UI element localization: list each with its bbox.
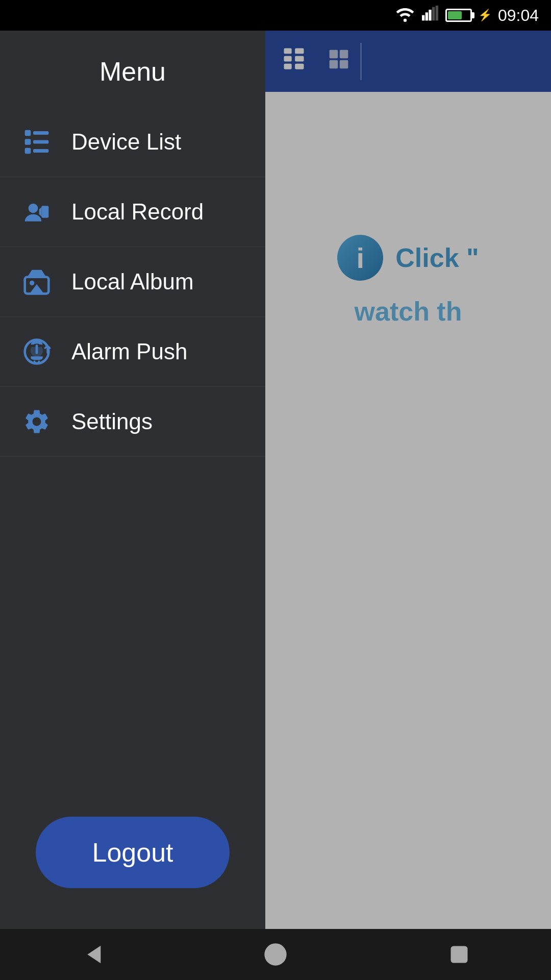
sidebar-item-local-album[interactable]: Local Album [0, 247, 265, 317]
signal-icon [421, 6, 439, 26]
local-album-icon [20, 265, 53, 298]
device-list-icon [20, 126, 53, 158]
battery-icon: ⚡ [445, 9, 492, 22]
sidebar-item-device-list[interactable]: Device List [0, 107, 265, 177]
sidebar-item-settings[interactable]: Settings [0, 387, 265, 457]
status-time: 09:04 [498, 6, 539, 25]
sidebar-drawer: Menu Device List [0, 31, 265, 929]
status-icons: ⚡ 09:04 [395, 6, 539, 26]
svg-marker-16 [30, 284, 44, 294]
svg-rect-11 [33, 149, 48, 153]
svg-rect-6 [25, 130, 31, 136]
back-button[interactable] [61, 934, 122, 975]
svg-rect-7 [25, 139, 31, 145]
settings-label: Settings [71, 409, 153, 434]
svg-rect-13 [41, 206, 48, 217]
local-record-icon [20, 195, 53, 228]
svg-marker-29 [87, 946, 101, 964]
settings-icon [20, 405, 53, 438]
svg-rect-31 [452, 947, 466, 962]
svg-rect-1 [422, 15, 424, 20]
local-record-label: Local Record [71, 199, 204, 225]
svg-rect-4 [432, 7, 435, 20]
svg-point-30 [266, 945, 286, 965]
drawer-overlay[interactable] [265, 31, 551, 929]
svg-rect-2 [425, 12, 428, 20]
recents-button[interactable] [429, 934, 490, 975]
svg-rect-10 [33, 140, 48, 144]
sidebar-item-local-record[interactable]: Local Record [0, 177, 265, 247]
status-bar: ⚡ 09:04 [0, 0, 551, 31]
svg-point-0 [404, 18, 407, 21]
svg-rect-9 [33, 131, 48, 135]
svg-rect-3 [429, 10, 431, 20]
svg-point-17 [30, 281, 34, 285]
local-album-label: Local Album [71, 269, 194, 295]
svg-marker-14 [39, 207, 42, 217]
bottom-nav [0, 929, 551, 980]
home-button[interactable] [245, 934, 306, 975]
wifi-icon [395, 6, 415, 26]
svg-rect-5 [436, 6, 438, 20]
logout-area: Logout [0, 786, 265, 929]
sidebar-title: Menu [99, 57, 166, 86]
sidebar-item-alarm-push[interactable]: Alarm Push [0, 317, 265, 387]
logout-button[interactable]: Logout [36, 817, 230, 888]
device-list-label: Device List [71, 129, 181, 155]
alarm-push-icon [20, 335, 53, 368]
svg-rect-8 [25, 148, 31, 154]
menu-items-list: Device List Local Record [0, 107, 265, 786]
alarm-push-label: Alarm Push [71, 339, 187, 364]
sidebar-header: Menu [0, 31, 265, 107]
svg-point-12 [29, 204, 38, 213]
